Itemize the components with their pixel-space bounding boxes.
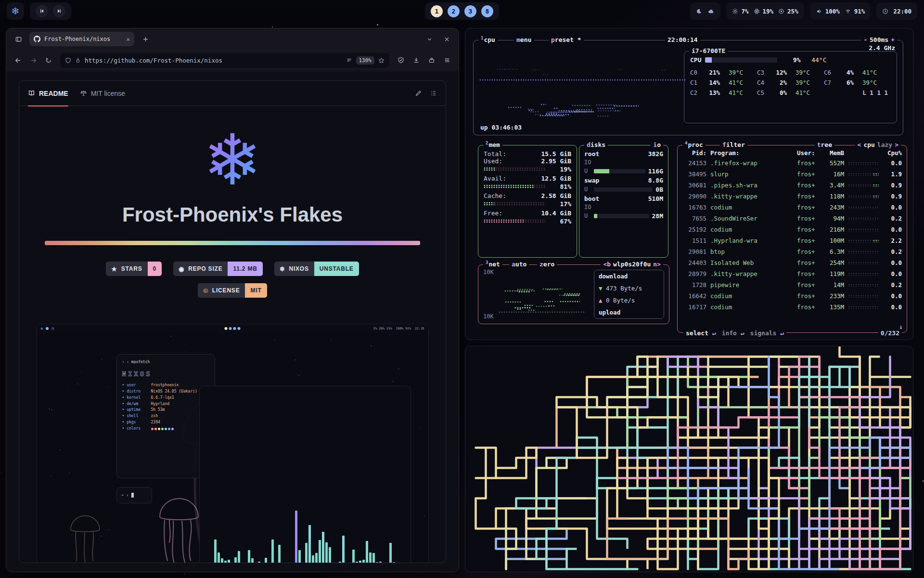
process-box: 4proc filter tree <cpulazy> Pid: Program… xyxy=(677,145,907,333)
process-row-30681[interactable]: 30681.pipes.sh-wrafros+3.4M0.9 xyxy=(682,180,902,191)
tracking-shield-icon[interactable] xyxy=(65,57,71,64)
mini-nixos-logo-icon: ❄ xyxy=(41,327,43,331)
process-row-25192[interactable]: 25192codiumfros+216M0.0 xyxy=(682,224,902,235)
net-interface-selector[interactable]: <bwlp0s20f0un> xyxy=(601,261,663,268)
upload-value-row: ▲ 0 Byte/s xyxy=(599,297,659,304)
badge-value: MIT xyxy=(245,283,267,298)
arrow-right-icon xyxy=(30,57,37,64)
reload-button[interactable] xyxy=(42,53,55,67)
prompt-arrow: › xyxy=(122,360,125,364)
visualizer-bar xyxy=(224,561,227,563)
tab-close-button[interactable]: × xyxy=(126,36,130,43)
down-arrow-icon: ▼ xyxy=(599,285,603,292)
zoom-indicator[interactable]: 130% xyxy=(356,56,375,65)
tree-button[interactable]: tree xyxy=(815,141,834,148)
edit-readme-button[interactable] xyxy=(415,90,422,97)
next-workspace-button[interactable] xyxy=(53,5,65,17)
process-row-38495[interactable]: 38495slurpfros+16M1.9 xyxy=(682,169,902,180)
process-row-29081[interactable]: 29081btopfros+6.3M0.2 xyxy=(682,246,902,257)
disk-io-row: IO xyxy=(584,158,663,166)
sort-selector[interactable]: <cpulazy> xyxy=(855,141,901,148)
visualizer-bar xyxy=(339,562,341,563)
process-row-1511[interactable]: 1511.Hyprland-wrafros+100M2.2 xyxy=(682,235,902,246)
process-cpu-meter xyxy=(848,284,879,287)
signals-button[interactable]: signals ↵ xyxy=(750,329,784,337)
disk-icon xyxy=(778,8,784,14)
menu-button[interactable] xyxy=(440,53,454,67)
url-text[interactable]: https://github.com/Frost-Phoenix/nixos xyxy=(85,57,342,64)
system-stats-module[interactable]: 7% 19% 25% xyxy=(726,2,804,20)
back-button[interactable] xyxy=(11,53,25,67)
process-row-24403[interactable]: 24403Isolated Webfros+254M0.0 xyxy=(682,257,902,268)
badge-stars[interactable]: ★STARS0 xyxy=(106,262,162,276)
badge-license[interactable]: ©LICENSEMIT xyxy=(198,283,267,298)
window-close-button[interactable] xyxy=(440,33,453,45)
preset-button[interactable]: preset * xyxy=(549,36,584,43)
prev-workspace-button[interactable] xyxy=(36,5,48,17)
mini-clock: 22:18 xyxy=(415,327,424,330)
sidebar-toggle-button[interactable] xyxy=(12,33,25,45)
audio-network-module[interactable]: 100% 91% xyxy=(810,2,871,20)
workspace-button-2[interactable]: 2 xyxy=(448,5,460,17)
process-row-7655[interactable]: 7655.SoundWireSerfros+94M0.2 xyxy=(682,213,902,224)
tab-list-button[interactable] xyxy=(423,33,436,45)
outline-button[interactable] xyxy=(430,90,437,97)
net-zero-button[interactable]: zero xyxy=(537,261,557,268)
browser-tab[interactable]: Frost-Phoenix/nixos × xyxy=(29,32,134,46)
process-row-1728[interactable]: 1728pipewirefros+14M0.2 xyxy=(682,279,902,290)
disk-stat: 25% xyxy=(778,8,798,15)
process-row-16642[interactable]: 16642codiumfros+233M0.0 xyxy=(682,290,902,302)
reader-mode-icon[interactable] xyxy=(346,57,352,64)
badge-repo-size[interactable]: ◉REPO SIZE11.2 MB xyxy=(173,262,263,276)
menu-button[interactable]: menu xyxy=(514,36,534,43)
visualizer-bar xyxy=(312,555,314,563)
workspace-button-8[interactable]: 8 xyxy=(481,5,493,17)
visualizer-bar xyxy=(352,550,355,563)
btop-clock: 22:00:14 xyxy=(665,36,700,43)
lock-icon[interactable] xyxy=(75,57,81,64)
process-row-16717[interactable]: 16717codiumfros+135M0.0 xyxy=(682,302,902,313)
url-bar[interactable]: https://github.com/Frost-Phoenix/nixos 1… xyxy=(60,53,389,68)
disk-used-row: U0B xyxy=(584,185,663,194)
fetch-row-pkgs: • pkgs2394 xyxy=(122,420,209,426)
visualizer-bar xyxy=(261,563,264,563)
extensions-button[interactable] xyxy=(425,53,438,67)
rainbow-divider xyxy=(45,241,420,245)
filter-button[interactable]: filter xyxy=(720,141,747,148)
cpu-frequency: 2.4 GHz xyxy=(869,44,895,52)
refresh-rate-control[interactable]: -500ms+ xyxy=(861,36,897,43)
clock-icon xyxy=(882,8,888,14)
flake-logo: ❄ xyxy=(203,125,262,196)
graph-dots xyxy=(479,79,686,81)
select-button[interactable]: select ↵ xyxy=(686,329,716,337)
forward-button[interactable] xyxy=(26,53,40,67)
tab-readme[interactable]: README xyxy=(28,81,68,106)
page-title: Frost-Phoenix's Flakes xyxy=(122,203,343,226)
workspace-button-1[interactable]: 1 xyxy=(431,5,443,17)
core-C2: C213%41°C xyxy=(690,88,757,98)
fetch-row-kernel: • kernel6.6.7-lqx1 xyxy=(122,395,209,401)
palette-dot xyxy=(158,428,160,430)
visualizer-bar xyxy=(218,552,220,563)
workspace-button-3[interactable]: 3 xyxy=(464,5,476,17)
core-C3: C312%39°C xyxy=(757,67,824,78)
process-row-28979[interactable]: 28979.kitty-wrappefros+119M0.0 xyxy=(682,268,902,279)
graph-dots xyxy=(544,301,553,303)
downloads-button[interactable] xyxy=(410,53,423,67)
new-tab-button[interactable] xyxy=(139,33,152,45)
tab-mit-license[interactable]: MIT license xyxy=(80,81,125,106)
io-mode-button[interactable]: io xyxy=(651,141,663,148)
disk-swap: swap8.8G xyxy=(584,176,663,184)
weather-widget[interactable] xyxy=(690,2,720,20)
info-button[interactable]: info ↵ xyxy=(722,329,744,337)
clock-module[interactable]: 22:00 xyxy=(876,2,917,20)
net-auto-button[interactable]: auto xyxy=(509,261,529,268)
bookmark-star-icon[interactable] xyxy=(378,57,385,64)
process-row-16763[interactable]: 16763codiumfros+243M0.0 xyxy=(682,202,902,213)
process-row-24153[interactable]: 24153.firefox-wrapfros+552M0.0 xyxy=(682,158,902,169)
visualizer-bar xyxy=(329,547,331,563)
nixos-launcher-button[interactable]: ❄ xyxy=(7,2,24,20)
badge-nixos[interactable]: ❄NIXOSUNSTABLE xyxy=(274,262,359,276)
process-row-29090[interactable]: 29090.kitty-wrappefros+118M0.9 xyxy=(682,191,902,202)
protection-shield-button[interactable] xyxy=(394,53,408,67)
